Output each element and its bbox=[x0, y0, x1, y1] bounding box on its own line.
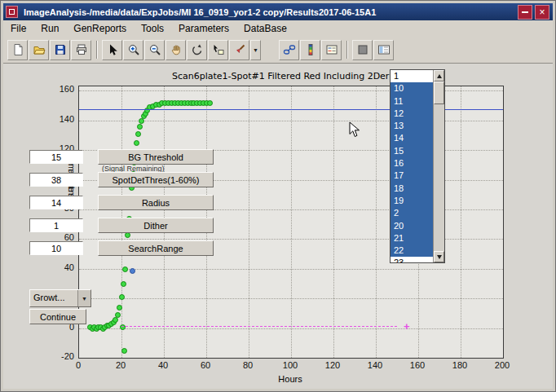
scroll-down-icon[interactable] bbox=[434, 251, 444, 262]
listbox-item[interactable]: 1 bbox=[391, 70, 434, 82]
growth-curve-points-point bbox=[137, 124, 143, 130]
pointer-icon[interactable] bbox=[102, 40, 122, 60]
dither-input[interactable] bbox=[29, 218, 83, 232]
growth-curve-points-point bbox=[207, 100, 213, 106]
listbox-item[interactable]: 10 bbox=[391, 82, 434, 95]
figure-area: Scan6plate1-Spot#1 Filtered Red Includin… bbox=[3, 64, 553, 389]
data-cursor-icon[interactable] bbox=[208, 40, 228, 60]
toolbar-separator bbox=[96, 41, 98, 59]
scrollbar-thumb[interactable] bbox=[434, 81, 444, 104]
growth-dropdown[interactable]: Growt... ▼ bbox=[29, 289, 91, 307]
brush-dropdown-caret-icon[interactable]: ▼ bbox=[250, 40, 261, 60]
x-tick-label: 120 bbox=[316, 360, 349, 370]
x-tick-label: 60 bbox=[189, 360, 222, 370]
window-buttons: × bbox=[518, 5, 549, 20]
secondary-points-point bbox=[130, 268, 135, 274]
y-gridline bbox=[79, 269, 503, 270]
radius-input[interactable] bbox=[29, 196, 83, 209]
listbox-item[interactable]: 2 bbox=[391, 207, 434, 219]
zoom-out-icon[interactable] bbox=[144, 40, 165, 60]
listbox-item[interactable]: 20 bbox=[391, 220, 434, 232]
menu-file[interactable]: File bbox=[3, 21, 33, 36]
scroll-up-icon[interactable] bbox=[434, 70, 444, 81]
dither-button[interactable]: Dither bbox=[98, 218, 214, 233]
open-folder-icon[interactable] bbox=[29, 40, 49, 60]
x-tick-label: 140 bbox=[359, 360, 391, 370]
mouse-cursor-icon bbox=[349, 121, 360, 142]
toolbar-separator bbox=[346, 41, 348, 59]
listbox-item[interactable]: 18 bbox=[391, 183, 434, 195]
listbox-item[interactable]: 17 bbox=[391, 170, 434, 182]
menu-database[interactable]: DataBase bbox=[236, 21, 294, 36]
growth-curve-points-point bbox=[119, 294, 125, 300]
x-gridline bbox=[291, 86, 292, 358]
growth-curve-points-point bbox=[134, 140, 139, 146]
show-plot-tools-icon[interactable] bbox=[373, 40, 394, 60]
link-plot-icon[interactable] bbox=[279, 40, 299, 60]
x-axis-label: Hours bbox=[78, 374, 502, 384]
listbox-item[interactable]: 16 bbox=[391, 157, 434, 170]
listbox-item[interactable]: 13 bbox=[391, 120, 434, 132]
x-tick-label: 80 bbox=[232, 360, 264, 370]
x-tick-label: 20 bbox=[104, 360, 137, 370]
minimize-icon bbox=[522, 11, 528, 13]
hide-plot-tools-icon[interactable] bbox=[352, 40, 373, 60]
y-gridline bbox=[79, 298, 503, 299]
menubar: File Run GenReports Tools Parameters Dat… bbox=[3, 20, 553, 37]
menu-genreports[interactable]: GenReports bbox=[66, 21, 134, 36]
y-tick-label: -20 bbox=[32, 351, 74, 361]
menu-tools[interactable]: Tools bbox=[134, 21, 171, 36]
new-file-icon[interactable] bbox=[7, 40, 28, 60]
window-title: ImageAnalysis-/media/data/ExpJobs/MI 16_… bbox=[18, 7, 518, 17]
growth-curve-points-point bbox=[115, 312, 121, 318]
searchrange-button[interactable]: SearchRange bbox=[98, 240, 214, 256]
bg-threshold-button[interactable]: BG Threshold bbox=[98, 149, 214, 165]
continue-button[interactable]: Continue bbox=[29, 309, 86, 324]
growth-dropdown-label: Growt... bbox=[30, 290, 77, 306]
growth-curve-points-point bbox=[121, 281, 126, 287]
x-gridline bbox=[461, 86, 461, 358]
toolbar: ▼ bbox=[3, 37, 553, 64]
growth-curve-points-point bbox=[135, 131, 141, 137]
app-window: ImageAnalysis-/media/data/ExpJobs/MI 16_… bbox=[0, 0, 556, 392]
insert-colorbar-icon[interactable] bbox=[300, 40, 320, 60]
x-tick-label: 160 bbox=[401, 360, 434, 370]
print-icon[interactable] bbox=[71, 40, 91, 60]
listbox-item[interactable]: 12 bbox=[391, 108, 434, 120]
x-gridline bbox=[376, 86, 377, 358]
x-tick-label: 0 bbox=[62, 360, 95, 370]
chevron-down-icon[interactable]: ▼ bbox=[77, 290, 90, 306]
listbox-item[interactable]: 11 bbox=[391, 95, 434, 108]
spot-listbox[interactable]: 110111213141516171819220212223 bbox=[390, 69, 445, 263]
close-button[interactable]: × bbox=[535, 5, 549, 20]
listbox-scrollbar[interactable] bbox=[433, 70, 444, 262]
window-menu-icon[interactable] bbox=[6, 6, 18, 18]
searchrange-input[interactable] bbox=[29, 241, 83, 255]
spot-listbox-items: 110111213141516171819220212223 bbox=[391, 70, 434, 262]
spotdetthres-input[interactable] bbox=[29, 173, 83, 187]
x-tick-label: 40 bbox=[147, 360, 179, 370]
listbox-item[interactable]: 21 bbox=[391, 232, 434, 244]
y-tick-label: 140 bbox=[32, 114, 74, 124]
x-tick-label: 180 bbox=[443, 360, 476, 370]
save-icon[interactable] bbox=[50, 40, 70, 60]
zoom-in-icon[interactable] bbox=[123, 40, 143, 60]
listbox-item[interactable]: 23 bbox=[391, 257, 434, 262]
growth-curve-points-point bbox=[125, 232, 130, 238]
insert-legend-icon[interactable] bbox=[321, 40, 342, 60]
brush-icon[interactable] bbox=[229, 40, 249, 60]
baseline-end-marker: + bbox=[404, 321, 410, 332]
spotdetthres-button[interactable]: SpotDetThres(1-60%) bbox=[98, 172, 214, 187]
listbox-item[interactable]: 15 bbox=[391, 145, 434, 157]
minimize-button[interactable] bbox=[518, 5, 532, 20]
y-tick-label: 160 bbox=[32, 84, 74, 94]
listbox-item[interactable]: 19 bbox=[391, 195, 434, 207]
pan-hand-icon[interactable] bbox=[165, 40, 186, 60]
bg-threshold-input[interactable] bbox=[29, 150, 83, 164]
radius-button[interactable]: Radius bbox=[98, 195, 214, 210]
menu-parameters[interactable]: Parameters bbox=[171, 21, 236, 36]
listbox-item[interactable]: 22 bbox=[391, 244, 434, 257]
menu-run[interactable]: Run bbox=[33, 21, 66, 36]
rotate-3d-icon[interactable] bbox=[187, 40, 207, 60]
listbox-item[interactable]: 14 bbox=[391, 132, 434, 144]
